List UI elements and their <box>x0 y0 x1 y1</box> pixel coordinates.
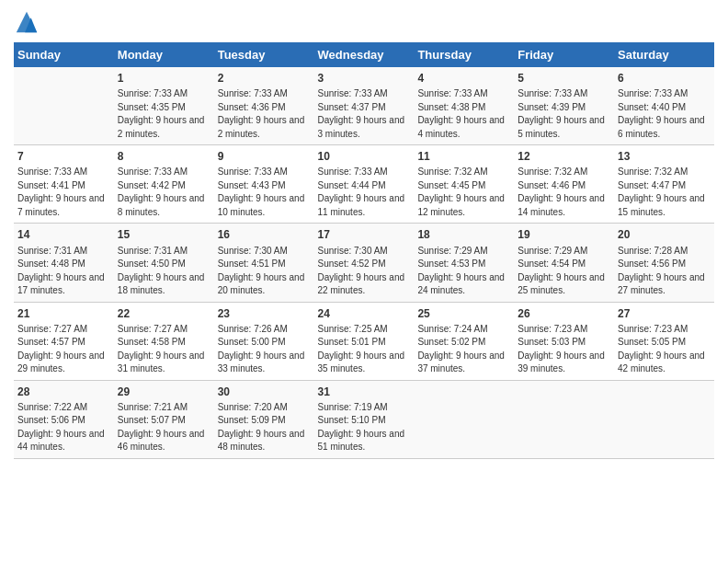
sunrise-info: Sunrise: 7:33 AM <box>318 167 388 177</box>
sunset-info: Sunset: 4:40 PM <box>618 102 686 112</box>
day-number: 16 <box>218 227 311 242</box>
day-number: 29 <box>118 385 210 399</box>
sunset-info: Sunset: 4:45 PM <box>417 180 485 190</box>
sunrise-info: Sunrise: 7:33 AM <box>118 88 188 98</box>
day-number: 8 <box>118 149 210 164</box>
cell-week3-day3: 16Sunrise: 7:30 AMSunset: 4:51 PMDayligh… <box>214 224 314 302</box>
day-number: 31 <box>318 385 411 399</box>
daylight-info: Daylight: 9 hours and 4 minutes. <box>417 115 505 139</box>
cell-week5-day4: 31Sunrise: 7:19 AMSunset: 5:10 PMDayligh… <box>314 380 415 458</box>
day-number: 30 <box>218 385 311 399</box>
sunrise-info: Sunrise: 7:33 AM <box>618 88 688 98</box>
cell-week5-day3: 30Sunrise: 7:20 AMSunset: 5:09 PMDayligh… <box>214 380 314 458</box>
sunrise-info: Sunrise: 7:31 AM <box>17 246 87 256</box>
weekday-header-tuesday: Tuesday <box>214 42 314 67</box>
cell-week2-day5: 11Sunrise: 7:32 AMSunset: 4:45 PMDayligh… <box>414 145 514 224</box>
weekday-header-thursday: Thursday <box>414 42 514 67</box>
cell-week3-day2: 15Sunrise: 7:31 AMSunset: 4:50 PMDayligh… <box>114 224 214 302</box>
weekday-header-monday: Monday <box>114 42 214 67</box>
daylight-info: Daylight: 9 hours and 51 minutes. <box>318 429 405 453</box>
weekday-header-wednesday: Wednesday <box>314 42 415 67</box>
cell-week4-day5: 25Sunrise: 7:24 AMSunset: 5:02 PMDayligh… <box>414 302 514 380</box>
daylight-info: Daylight: 9 hours and 29 minutes. <box>17 350 105 374</box>
day-number: 5 <box>518 71 610 86</box>
calendar-header: SundayMondayTuesdayWednesdayThursdayFrid… <box>14 42 714 67</box>
sunset-info: Sunset: 4:47 PM <box>618 180 686 190</box>
sunset-info: Sunset: 4:38 PM <box>417 102 485 112</box>
sunrise-info: Sunrise: 7:24 AM <box>417 324 487 334</box>
daylight-info: Daylight: 9 hours and 15 minutes. <box>618 193 705 217</box>
sunset-info: Sunset: 5:06 PM <box>17 415 85 425</box>
sunset-info: Sunset: 5:03 PM <box>518 337 586 347</box>
day-number: 1 <box>118 71 210 86</box>
sunset-info: Sunset: 4:46 PM <box>518 180 586 190</box>
header-row: SundayMondayTuesdayWednesdayThursdayFrid… <box>14 42 714 67</box>
cell-week4-day2: 22Sunrise: 7:27 AMSunset: 4:58 PMDayligh… <box>114 302 214 380</box>
day-number: 7 <box>17 149 110 164</box>
sunset-info: Sunset: 5:01 PM <box>318 337 386 347</box>
sunrise-info: Sunrise: 7:28 AM <box>618 246 688 256</box>
day-number: 6 <box>618 71 711 86</box>
sunset-info: Sunset: 5:02 PM <box>417 337 485 347</box>
cell-week4-day6: 26Sunrise: 7:23 AMSunset: 5:03 PMDayligh… <box>514 302 614 380</box>
daylight-info: Daylight: 9 hours and 39 minutes. <box>518 350 605 374</box>
day-number: 2 <box>218 71 311 86</box>
cell-week1-day1 <box>14 67 114 145</box>
sunrise-info: Sunrise: 7:32 AM <box>417 167 487 177</box>
sunrise-info: Sunrise: 7:30 AM <box>218 246 288 256</box>
cell-week2-day4: 10Sunrise: 7:33 AMSunset: 4:44 PMDayligh… <box>314 145 415 224</box>
daylight-info: Daylight: 9 hours and 5 minutes. <box>518 115 605 139</box>
weekday-header-sunday: Sunday <box>14 42 114 67</box>
day-number: 26 <box>518 306 610 321</box>
calendar-body: 1Sunrise: 7:33 AMSunset: 4:35 PMDaylight… <box>14 67 714 458</box>
cell-week1-day5: 4Sunrise: 7:33 AMSunset: 4:38 PMDaylight… <box>414 67 514 145</box>
daylight-info: Daylight: 9 hours and 27 minutes. <box>618 272 705 296</box>
sunset-info: Sunset: 4:50 PM <box>118 259 186 269</box>
cell-week3-day7: 20Sunrise: 7:28 AMSunset: 4:56 PMDayligh… <box>614 224 714 302</box>
cell-week1-day3: 2Sunrise: 7:33 AMSunset: 4:36 PMDaylight… <box>214 67 314 145</box>
sunset-info: Sunset: 4:36 PM <box>218 102 286 112</box>
sunrise-info: Sunrise: 7:27 AM <box>17 324 87 334</box>
sunrise-info: Sunrise: 7:33 AM <box>417 88 487 98</box>
cell-week2-day6: 12Sunrise: 7:32 AMSunset: 4:46 PMDayligh… <box>514 145 614 224</box>
sunset-info: Sunset: 4:39 PM <box>518 102 586 112</box>
sunset-info: Sunset: 4:37 PM <box>318 102 386 112</box>
day-number: 21 <box>17 306 110 321</box>
sunrise-info: Sunrise: 7:33 AM <box>118 167 188 177</box>
day-number: 15 <box>118 227 210 242</box>
logo-icon <box>14 9 40 35</box>
sunrise-info: Sunrise: 7:19 AM <box>318 402 388 412</box>
sunset-info: Sunset: 5:09 PM <box>218 415 286 425</box>
day-number: 27 <box>618 306 711 321</box>
sunrise-info: Sunrise: 7:22 AM <box>17 402 87 412</box>
daylight-info: Daylight: 9 hours and 3 minutes. <box>318 115 405 139</box>
day-number: 11 <box>417 149 510 164</box>
sunset-info: Sunset: 4:44 PM <box>318 180 386 190</box>
cell-week3-day5: 18Sunrise: 7:29 AMSunset: 4:53 PMDayligh… <box>414 224 514 302</box>
header <box>14 9 714 35</box>
sunset-info: Sunset: 4:48 PM <box>17 259 85 269</box>
daylight-info: Daylight: 9 hours and 10 minutes. <box>218 193 305 217</box>
sunrise-info: Sunrise: 7:33 AM <box>518 88 587 98</box>
daylight-info: Daylight: 9 hours and 6 minutes. <box>618 115 705 139</box>
sunrise-info: Sunrise: 7:32 AM <box>518 167 587 177</box>
daylight-info: Daylight: 9 hours and 24 minutes. <box>417 272 505 296</box>
cell-week4-day3: 23Sunrise: 7:26 AMSunset: 5:00 PMDayligh… <box>214 302 314 380</box>
sunrise-info: Sunrise: 7:33 AM <box>318 88 388 98</box>
daylight-info: Daylight: 9 hours and 37 minutes. <box>417 350 505 374</box>
sunset-info: Sunset: 5:07 PM <box>118 415 186 425</box>
cell-week5-day6 <box>514 380 614 458</box>
cell-week2-day3: 9Sunrise: 7:33 AMSunset: 4:43 PMDaylight… <box>214 145 314 224</box>
sunset-info: Sunset: 4:52 PM <box>318 259 386 269</box>
day-number: 3 <box>318 71 411 86</box>
sunrise-info: Sunrise: 7:33 AM <box>17 167 87 177</box>
day-number: 9 <box>218 149 311 164</box>
sunset-info: Sunset: 4:57 PM <box>17 337 85 347</box>
sunset-info: Sunset: 4:58 PM <box>118 337 186 347</box>
main-container: SundayMondayTuesdayWednesdayThursdayFrid… <box>0 0 728 468</box>
sunset-info: Sunset: 4:42 PM <box>118 180 186 190</box>
week-row-4: 21Sunrise: 7:27 AMSunset: 4:57 PMDayligh… <box>14 302 714 380</box>
sunrise-info: Sunrise: 7:33 AM <box>218 167 288 177</box>
sunrise-info: Sunrise: 7:31 AM <box>118 246 188 256</box>
cell-week1-day2: 1Sunrise: 7:33 AMSunset: 4:35 PMDaylight… <box>114 67 214 145</box>
